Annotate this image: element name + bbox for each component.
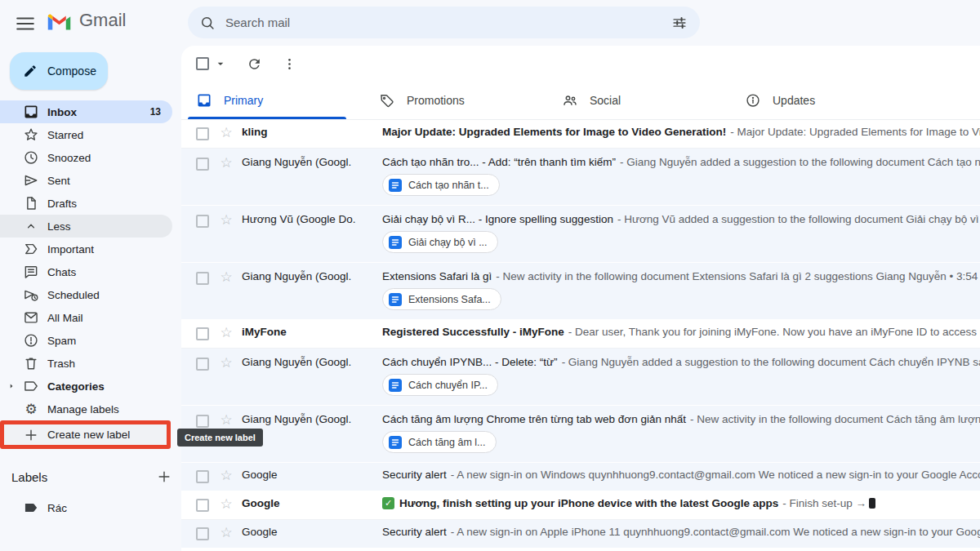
mail-row[interactable]: ☆Google✓Hương, finish setting up your iP…: [181, 491, 980, 520]
mail-sender: Google: [242, 469, 369, 481]
star-icon[interactable]: ☆: [219, 356, 234, 371]
sidebar-item-trash[interactable]: Trash: [0, 352, 172, 375]
sidebar-item-label: Sent: [47, 175, 172, 187]
google-docs-icon: [389, 293, 402, 306]
star-icon[interactable]: ☆: [219, 469, 234, 483]
mail-subject: Security alert: [382, 469, 447, 481]
mail-toolbar: [181, 46, 980, 82]
sidebar: Compose Inbox13StarredSnoozedSentDraftsL…: [0, 46, 181, 551]
sidebar-item-chats[interactable]: Chats: [0, 260, 172, 283]
sidebar-item-spam[interactable]: Spam: [0, 329, 172, 352]
star-icon[interactable]: ☆: [219, 326, 234, 340]
sidebar-item-important[interactable]: Important: [0, 238, 172, 260]
mail-row[interactable]: ☆iMyFoneRegistered Successfully - iMyFon…: [181, 320, 980, 349]
sidebar-item-manage-labels[interactable]: ⚙Manage labels: [0, 398, 172, 420]
attachment-chip[interactable]: Extensions Safa...: [382, 288, 501, 310]
refresh-icon[interactable]: [247, 56, 262, 72]
search-options-tune-icon[interactable]: [670, 14, 688, 32]
mail-sender: Giang Nguyễn (Googl.: [242, 356, 369, 368]
star-icon[interactable]: ☆: [219, 126, 234, 140]
mail-checkbox[interactable]: [196, 215, 209, 228]
mail-row[interactable]: ☆GoogleSecurity alert- A new sign-in on …: [181, 463, 980, 491]
attachment-chip-label: Cách tạo nhãn t...: [408, 180, 489, 191]
mail-checkbox[interactable]: [196, 415, 209, 428]
tab-label: Promotions: [407, 94, 465, 107]
attachment-chip[interactable]: Cách chuyển IP...: [382, 374, 498, 396]
tab-social[interactable]: Social: [547, 82, 730, 119]
create-label-plus-icon[interactable]: [156, 469, 172, 485]
star-icon[interactable]: ☆: [219, 156, 234, 171]
expand-arrow-icon[interactable]: [7, 382, 16, 390]
sidebar-item-create-new-label[interactable]: Create new label: [0, 420, 171, 449]
labels-list: Rác: [0, 496, 181, 519]
sidebar-item-sent[interactable]: Sent: [0, 169, 172, 192]
attachment-chip-label: Cách chuyển IP...: [408, 380, 488, 391]
mail-subject: Extensions Safari là gì: [382, 270, 492, 282]
attachment-chip[interactable]: Giải chạy bộ vì ...: [382, 231, 498, 253]
label-icon: [23, 378, 39, 394]
gear-icon: ⚙: [23, 401, 39, 417]
sidebar-item-drafts[interactable]: Drafts: [0, 192, 172, 215]
mail-row[interactable]: ☆Giang Nguyễn (Googl.Extensions Safari l…: [181, 263, 980, 320]
sidebar-item-label: Snoozed: [47, 152, 172, 164]
mail-checkbox[interactable]: [196, 272, 209, 285]
mail-content: Registered Successfully - iMyFone- Dear …: [382, 326, 980, 338]
tab-primary[interactable]: Primary: [181, 82, 364, 119]
mail-subject: Cách tăng âm lượng Chrome trên từng tab …: [382, 413, 686, 425]
mail-content: Extensions Safari là gì- New activity in…: [382, 270, 980, 310]
mail-row[interactable]: ☆klingMajor Update: Upgraded Elements fo…: [181, 120, 980, 149]
mail-row[interactable]: ☆Hương Vũ (Google Do.Giải chạy bộ vì R..…: [181, 206, 980, 263]
sidebar-item-scheduled[interactable]: Scheduled: [0, 283, 172, 306]
sidebar-item-snoozed[interactable]: Snoozed: [0, 146, 172, 169]
star-icon[interactable]: ☆: [219, 413, 234, 428]
mail-checkbox[interactable]: [196, 499, 209, 512]
mail-checkbox[interactable]: [196, 327, 209, 340]
tab-promotions[interactable]: Promotions: [364, 82, 547, 119]
star-icon[interactable]: ☆: [219, 497, 234, 512]
mail-checkbox[interactable]: [196, 127, 209, 140]
star-icon[interactable]: ☆: [219, 213, 234, 228]
mail-checkbox[interactable]: [196, 158, 209, 171]
create-new-label-tooltip: Create new label: [177, 429, 263, 447]
tab-info-icon: [745, 92, 761, 109]
mail-checkbox[interactable]: [196, 470, 209, 483]
tab-updates[interactable]: Updates: [730, 82, 913, 119]
attachment-chip-label: Cách tăng âm l...: [408, 437, 486, 448]
sidebar-label-rác[interactable]: Rác: [0, 496, 172, 519]
sidebar-item-all-mail[interactable]: All Mail: [0, 306, 172, 329]
star-icon[interactable]: ☆: [219, 270, 234, 285]
sidebar-item-less[interactable]: Less: [0, 215, 172, 238]
compose-button[interactable]: Compose: [10, 52, 108, 90]
sidebar-item-categories[interactable]: Categories: [0, 375, 172, 398]
mail-subject: Cách chuyển IPYNB... - Delete: “từ”: [382, 356, 558, 368]
mail-icon: [23, 309, 39, 326]
mail-snippet: - A new sign-in on Apple iPhone 11 quynh…: [451, 526, 980, 538]
mail-row[interactable]: ☆GoogleSecurity alert- A new sign-in on …: [181, 520, 980, 549]
mail-snippet: - Major Update: Upgraded Elements for Im…: [730, 126, 980, 138]
mail-checkbox[interactable]: [196, 527, 209, 540]
hamburger-menu-icon[interactable]: [15, 13, 36, 33]
mail-content: Cách tăng âm lượng Chrome trên từng tab …: [382, 413, 980, 453]
search-bar[interactable]: [188, 7, 700, 38]
select-all-checkbox[interactable]: [196, 57, 209, 70]
label-name: Rác: [47, 502, 172, 514]
mail-row[interactable]: ☆Giang Nguyễn (Googl.Cách chuyển IPYNB..…: [181, 349, 980, 406]
mail-checkbox[interactable]: [196, 358, 209, 371]
attachment-chip[interactable]: Cách tăng âm l...: [382, 431, 497, 453]
search-input[interactable]: [216, 16, 670, 29]
mail-content: ✓Hương, finish setting up your iPhone de…: [382, 497, 980, 509]
mail-row[interactable]: ☆Giang Nguyễn (Googl.Cách tăng âm lượng …: [181, 406, 980, 463]
star-icon[interactable]: ☆: [219, 526, 234, 540]
send-icon: [23, 172, 39, 189]
chevron-up-icon: [23, 218, 39, 234]
gmail-logo[interactable]: Gmail: [46, 10, 126, 31]
select-dropdown-caret-icon[interactable]: [214, 57, 227, 70]
attachment-chip[interactable]: Cách tạo nhãn t...: [382, 174, 500, 196]
mail-subject: Security alert: [382, 526, 447, 538]
more-options-icon[interactable]: [282, 56, 297, 72]
mail-row[interactable]: ☆Giang Nguyễn (Googl.Cách tạo nhãn tro..…: [181, 149, 980, 206]
sidebar-item-inbox[interactable]: Inbox13: [0, 100, 172, 123]
sidebar-item-starred[interactable]: Starred: [0, 123, 172, 146]
mail-sender: Hương Vũ (Google Do.: [242, 213, 369, 225]
mail-subject: Cách tạo nhãn tro... - Add: “trên thanh …: [382, 156, 616, 168]
